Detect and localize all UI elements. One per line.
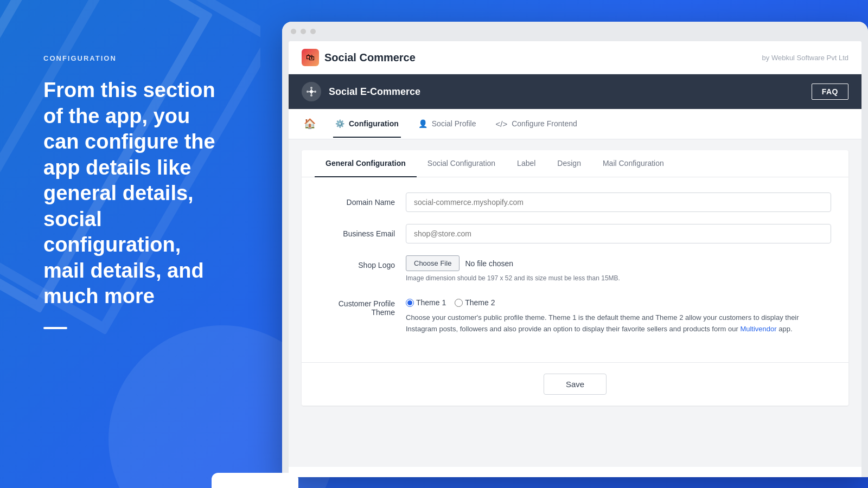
- gear-icon: ⚙️: [335, 119, 344, 128]
- svg-point-4: [310, 94, 312, 97]
- main-content: General Configuration Social Configurati…: [289, 139, 861, 467]
- browser-dot-3: [310, 29, 316, 34]
- svg-point-0: [310, 90, 313, 93]
- home-icon: 🏠: [304, 118, 316, 130]
- save-section: Save: [302, 363, 848, 406]
- svg-point-2: [314, 91, 316, 93]
- divider-line: [43, 327, 67, 329]
- app-icon: 🛍: [302, 49, 319, 66]
- theme1-label: Theme 1: [416, 298, 446, 307]
- domain-name-field: [406, 192, 831, 212]
- svg-point-3: [310, 87, 312, 89]
- browser-content: 🛍 Social Commerce by Webkul Software Pvt…: [289, 41, 861, 477]
- sub-tab-label[interactable]: Label: [506, 150, 546, 177]
- theme2-radio[interactable]: [455, 299, 463, 307]
- form-body: Domain Name Business Email: [302, 177, 848, 362]
- main-description: From this section of the app, you can co…: [43, 78, 217, 310]
- theme2-label: Theme 2: [465, 298, 495, 307]
- theme1-radio[interactable]: [406, 299, 414, 307]
- app-by-text: by Webkul Software Pvt Ltd: [762, 54, 848, 62]
- customer-theme-label: Customer Profile Theme: [319, 294, 406, 317]
- app-header: 🛍 Social Commerce by Webkul Software Pvt…: [289, 41, 861, 74]
- bottom-tab-decoration: [212, 473, 298, 488]
- tab-social-profile[interactable]: 👤 Social Profile: [416, 111, 478, 138]
- faq-button[interactable]: FAQ: [812, 84, 848, 100]
- config-label: CONFIGURATION: [43, 54, 217, 62]
- tab-configuration[interactable]: ⚙️ Configuration: [333, 111, 401, 138]
- shop-logo-label: Shop Logo: [319, 255, 406, 269]
- code-icon: </>: [495, 119, 507, 129]
- left-panel: CONFIGURATION From this section of the a…: [0, 0, 250, 488]
- file-hint-text: Image dimension should be 197 x 52 and i…: [406, 274, 831, 282]
- sub-tabs: General Configuration Social Configurati…: [302, 150, 848, 177]
- customer-theme-row: Customer Profile Theme Theme 1 Theme 2: [319, 294, 831, 335]
- multivendor-link[interactable]: Multivendor: [740, 325, 776, 333]
- theme-radio-group: Theme 1 Theme 2: [406, 294, 831, 307]
- tab-configuration-label: Configuration: [349, 119, 399, 128]
- sub-tab-design[interactable]: Design: [546, 150, 592, 177]
- nav-left: Social E-Commerce: [302, 74, 420, 109]
- tabs-bar: 🏠 ⚙️ Configuration 👤 Social Profile </> …: [289, 109, 861, 139]
- business-email-label: Business Email: [319, 224, 406, 238]
- form-card: General Configuration Social Configurati…: [302, 150, 848, 406]
- nav-title: Social E-Commerce: [329, 86, 420, 98]
- domain-name-label: Domain Name: [319, 192, 406, 207]
- browser-dot-1: [291, 29, 296, 34]
- business-email-row: Business Email: [319, 224, 831, 243]
- domain-name-row: Domain Name: [319, 192, 831, 212]
- theme-description: Choose your customer's public profile th…: [406, 312, 831, 335]
- customer-theme-field: Theme 1 Theme 2 Choose your customer's p…: [406, 294, 831, 335]
- save-button[interactable]: Save: [544, 374, 607, 395]
- shop-logo-row: Shop Logo Choose File No file chosen Ima…: [319, 255, 831, 282]
- browser-dot-2: [301, 29, 306, 34]
- domain-name-input[interactable]: [406, 192, 831, 212]
- tab-configure-frontend[interactable]: </> Configure Frontend: [493, 111, 579, 138]
- tab-social-profile-label: Social Profile: [432, 119, 476, 128]
- browser-chrome: [282, 22, 868, 41]
- choose-file-button[interactable]: Choose File: [406, 255, 459, 271]
- nav-logo-icon: [302, 82, 321, 101]
- business-email-input[interactable]: [406, 224, 831, 243]
- sub-tab-mail[interactable]: Mail Configuration: [592, 150, 675, 177]
- person-icon: 👤: [418, 119, 427, 128]
- file-input-row: Choose File No file chosen: [406, 255, 831, 271]
- svg-point-1: [307, 91, 309, 93]
- browser-window: 🛍 Social Commerce by Webkul Software Pvt…: [282, 22, 868, 477]
- no-file-text: No file chosen: [465, 259, 513, 268]
- tab-home[interactable]: 🏠: [302, 109, 318, 139]
- business-email-field: [406, 224, 831, 243]
- nav-bar: Social E-Commerce FAQ: [289, 74, 861, 109]
- tab-configure-frontend-label: Configure Frontend: [512, 119, 577, 128]
- theme1-option[interactable]: Theme 1: [406, 298, 446, 307]
- network-icon: [305, 86, 317, 98]
- shop-logo-field: Choose File No file chosen Image dimensi…: [406, 255, 831, 282]
- sub-tab-social[interactable]: Social Configuration: [417, 150, 506, 177]
- theme2-option[interactable]: Theme 2: [455, 298, 495, 307]
- sub-tab-general[interactable]: General Configuration: [315, 150, 417, 177]
- app-title: Social Commerce: [324, 52, 416, 64]
- app-header-left: 🛍 Social Commerce: [302, 49, 416, 66]
